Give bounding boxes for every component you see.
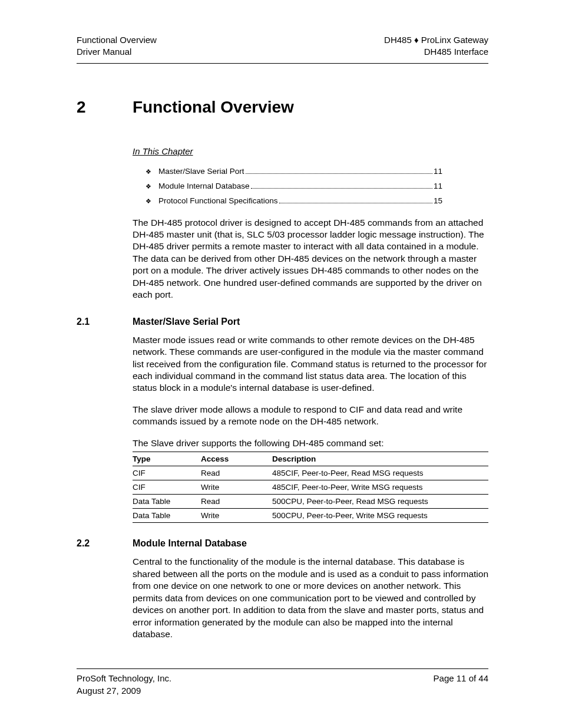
section-22-body: Central to the functionality of the modu… <box>133 556 488 640</box>
header-right: DH485 ♦ ProLinx Gateway DH485 Interface <box>384 34 488 58</box>
footer-right: Page 11 of 44 <box>434 673 488 697</box>
cell-desc: 485CIF, Peer-to-Peer, Read MSG requests <box>272 466 488 480</box>
section-number: 2.2 <box>77 538 133 549</box>
section-title: Master/Slave Serial Port <box>133 317 240 327</box>
chapter-title: Functional Overview <box>133 98 294 117</box>
diamond-bullet-icon: ❖ <box>146 183 158 190</box>
toc-item: ❖ Module Internal Database 11 <box>133 182 488 190</box>
diamond-bullet-icon: ❖ <box>146 197 158 205</box>
body-paragraph: Master mode issues read or write command… <box>133 334 488 394</box>
toc: ❖ Master/Slave Serial Port 11 ❖ Module I… <box>133 167 488 205</box>
body-paragraph: Central to the functionality of the modu… <box>133 556 488 640</box>
page-footer: ProSoft Technology, Inc. August 27, 2009… <box>77 668 488 697</box>
section-number: 2.1 <box>77 317 133 327</box>
table-header-description: Description <box>272 452 488 466</box>
toc-leader <box>246 173 432 174</box>
header-left-line1: Functional Overview <box>77 34 157 46</box>
chapter-number: 2 <box>77 98 133 117</box>
header-left-line2: Driver Manual <box>77 46 157 58</box>
chapter-heading: 2 Functional Overview <box>77 98 488 117</box>
in-this-chapter-label: In This Chapter <box>133 146 488 156</box>
cell-type: Data Table <box>133 495 201 509</box>
table-row: Data Table Read 500CPU, Peer-to-Peer, Re… <box>133 495 488 509</box>
page-header: Functional Overview Driver Manual DH485 … <box>77 34 488 64</box>
section-heading-21: 2.1 Master/Slave Serial Port <box>77 317 488 327</box>
cell-type: CIF <box>133 480 201 495</box>
document-page: Functional Overview Driver Manual DH485 … <box>0 0 562 726</box>
cell-desc: 500CPU, Peer-to-Peer, Write MSG requests <box>272 509 488 523</box>
toc-label: Protocol Functional Specifications <box>158 196 278 205</box>
cell-access: Read <box>201 466 272 480</box>
table-row: CIF Write 485CIF, Peer-to-Peer, Write MS… <box>133 480 488 495</box>
header-right-line2: DH485 Interface <box>384 46 488 58</box>
cell-access: Write <box>201 509 272 523</box>
cell-type: CIF <box>133 466 201 480</box>
table-header-type: Type <box>133 452 201 466</box>
body-paragraph: The slave driver mode allows a module to… <box>133 404 488 428</box>
command-set-table: Type Access Description CIF Read 485CIF,… <box>133 452 488 523</box>
toc-label: Module Internal Database <box>158 182 250 190</box>
footer-date: August 27, 2009 <box>77 685 171 697</box>
cell-access: Write <box>201 480 272 495</box>
diamond-bullet-icon: ❖ <box>146 168 158 176</box>
table-row: Data Table Write 500CPU, Peer-to-Peer, W… <box>133 509 488 523</box>
footer-page-number: Page 11 of 44 <box>434 673 488 684</box>
cell-desc: 485CIF, Peer-to-Peer, Write MSG requests <box>272 480 488 495</box>
header-right-line1: DH485 ♦ ProLinx Gateway <box>384 34 488 46</box>
section-title: Module Internal Database <box>133 538 247 549</box>
body-paragraph: The Slave driver supports the following … <box>133 437 488 449</box>
intro-paragraph: The DH-485 protocol driver is designed t… <box>133 217 488 301</box>
in-this-chapter-block: In This Chapter ❖ Master/Slave Serial Po… <box>133 146 488 301</box>
footer-left: ProSoft Technology, Inc. August 27, 2009 <box>77 673 171 697</box>
toc-label: Master/Slave Serial Port <box>158 167 244 176</box>
cell-access: Read <box>201 495 272 509</box>
footer-company: ProSoft Technology, Inc. <box>77 673 171 684</box>
toc-page: 11 <box>434 182 488 190</box>
section-21-body: Master mode issues read or write command… <box>133 334 488 523</box>
toc-item: ❖ Protocol Functional Specifications 15 <box>133 196 488 205</box>
toc-leader <box>279 203 432 203</box>
toc-page: 15 <box>434 196 488 205</box>
toc-item: ❖ Master/Slave Serial Port 11 <box>133 167 488 176</box>
table-row: CIF Read 485CIF, Peer-to-Peer, Read MSG … <box>133 466 488 480</box>
cell-type: Data Table <box>133 509 201 523</box>
table-header-row: Type Access Description <box>133 452 488 466</box>
toc-page: 11 <box>434 167 488 176</box>
table-header-access: Access <box>201 452 272 466</box>
header-left: Functional Overview Driver Manual <box>77 34 157 58</box>
section-heading-22: 2.2 Module Internal Database <box>77 538 488 549</box>
toc-leader <box>251 188 432 189</box>
cell-desc: 500CPU, Peer-to-Peer, Read MSG requests <box>272 495 488 509</box>
